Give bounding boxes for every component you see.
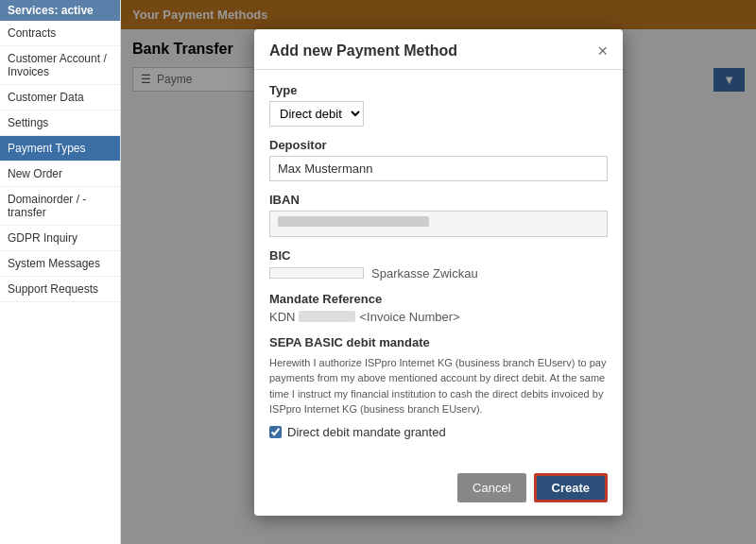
bic-label: BIC [269,248,608,263]
modal-title: Add new Payment Method [269,42,457,60]
create-button[interactable]: Create [534,473,608,502]
mandate-group: Mandate Reference KDN <Invoice Number> [269,292,608,324]
depositor-input[interactable] [269,156,608,181]
sidebar-item-new-order[interactable]: New Order [0,162,120,187]
bic-input[interactable] [269,267,364,279]
modal-dialog: Add new Payment Method × Type Direct deb… [254,29,623,516]
sepa-text: Herewith I authorize ISPpro Internet KG … [269,355,608,417]
mandate-placeholder [299,311,355,322]
iban-group: IBAN [269,193,608,237]
sidebar-item-system-messages[interactable]: System Messages [0,251,120,277]
sidebar-item-support[interactable]: Support Requests [0,277,120,302]
mandate-prefix: KDN [269,310,295,324]
cancel-button[interactable]: Cancel [457,473,525,502]
bic-row: Sparkasse Zwickau [269,266,608,280]
mandate-suffix: <Invoice Number> [359,310,459,324]
sepa-group: SEPA BASIC debit mandate Herewith I auth… [269,335,608,439]
type-group: Type Direct debit [269,83,608,127]
iban-label: IBAN [269,193,608,207]
depositor-label: Depositor [269,138,608,152]
sidebar-header: Services: active [0,0,120,21]
sidebar-item-gdpr[interactable]: GDPR Inquiry [0,226,120,251]
mandate-checkbox[interactable] [269,426,282,438]
modal-close-button[interactable]: × [597,42,608,60]
sidebar-item-customer-data[interactable]: Customer Data [0,85,120,110]
sepa-title: SEPA BASIC debit mandate [269,335,608,349]
mandate-label: Mandate Reference [269,292,608,306]
mandate-reference: KDN <Invoice Number> [269,310,608,324]
sidebar-item-settings[interactable]: Settings [0,110,120,136]
depositor-group: Depositor [269,138,608,181]
checkbox-label: Direct debit mandate granted [287,425,446,439]
sidebar-item-domain[interactable]: Domainorder / -transfer [0,187,120,226]
modal-footer: Cancel Create [254,464,623,516]
sidebar: Services: active Contracts Customer Acco… [0,0,121,544]
main-content: Your Payment Methods Bank Transfer ☰ Pay… [121,0,756,544]
iban-placeholder [278,216,429,227]
checkbox-row: Direct debit mandate granted [269,425,608,439]
type-label: Type [269,83,608,97]
bic-group: BIC Sparkasse Zwickau [269,248,608,280]
modal-body: Type Direct debit Depositor IBAN [254,70,623,464]
sidebar-item-contracts[interactable]: Contracts [0,21,120,46]
modal-header: Add new Payment Method × [254,29,623,70]
type-select[interactable]: Direct debit [269,101,364,127]
modal-overlay: Add new Payment Method × Type Direct deb… [121,0,756,544]
iban-input[interactable] [269,211,608,237]
sidebar-item-invoices[interactable]: Customer Account / Invoices [0,46,120,85]
sidebar-item-payment-types[interactable]: Payment Types [0,136,120,162]
bic-bank-name: Sparkasse Zwickau [371,266,478,280]
